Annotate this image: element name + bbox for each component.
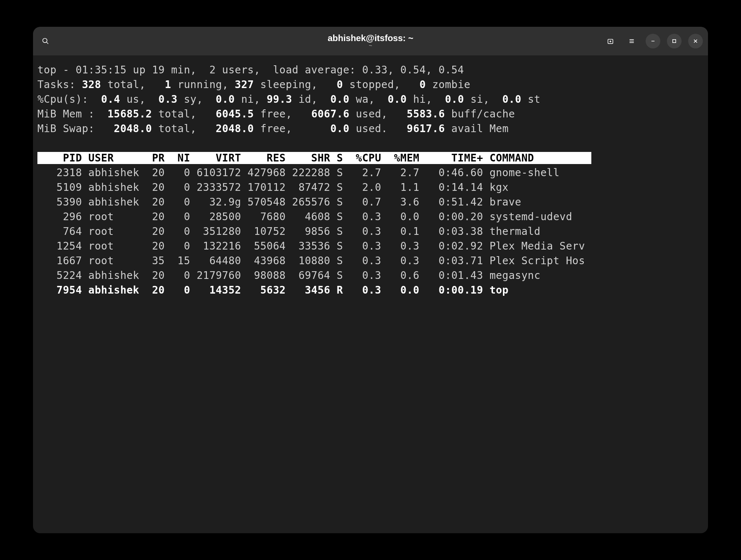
svg-line-1	[47, 42, 48, 44]
window-subtitle: ~	[328, 43, 413, 49]
process-row: 2318 abhishek 20 0 6103172 427968 222288…	[37, 167, 559, 179]
search-icon[interactable]	[38, 34, 53, 48]
process-row: 5109 abhishek 20 0 2333572 170112 87472 …	[37, 181, 508, 193]
window-title-group: abhishek@itsfoss: ~ ~	[328, 33, 413, 49]
process-row: 5390 abhishek 20 0 32.9g 570548 265576 S…	[37, 196, 521, 208]
new-tab-icon[interactable]	[603, 34, 618, 48]
svg-point-0	[43, 39, 47, 43]
close-button[interactable]	[688, 34, 703, 48]
process-row: 764 root 20 0 351280 10752 9856 S 0.3 0.…	[37, 225, 540, 237]
hamburger-menu-icon[interactable]	[624, 34, 639, 48]
process-row: 296 root 20 0 28500 7680 4608 S 0.3 0.0 …	[37, 211, 572, 223]
top-summary-line1: top - 01:35:15 up 19 min, 2 users, load …	[37, 64, 464, 76]
cpu-line: %Cpu(s): 0.4 us, 0.3 sy, 0.0 ni, 99.3 id…	[37, 93, 540, 105]
process-row: 1667 root 35 15 64480 43968 10880 S 0.3 …	[37, 255, 585, 267]
window-title: abhishek@itsfoss: ~	[328, 33, 413, 43]
minimize-button[interactable]	[646, 34, 660, 48]
process-row: 7954 abhishek 20 0 14352 5632 3456 R 0.3…	[37, 284, 508, 296]
tasks-line: Tasks: 328 total, 1 running, 327 sleepin…	[37, 79, 470, 91]
process-header-row: PID USER PR NI VIRT RES SHR S %CPU %MEM …	[37, 152, 591, 164]
process-list: 2318 abhishek 20 0 6103172 427968 222288…	[37, 167, 585, 296]
titlebar: abhishek@itsfoss: ~ ~	[33, 27, 708, 55]
terminal-window: abhishek@itsfoss: ~ ~ top - 01:35:15 up …	[33, 27, 708, 533]
terminal-content[interactable]: top - 01:35:15 up 19 min, 2 users, load …	[33, 55, 708, 533]
process-row: 5224 abhishek 20 0 2179760 98088 69764 S…	[37, 269, 540, 281]
mem-line: MiB Mem : 15685.2 total, 6045.5 free, 60…	[37, 108, 515, 120]
maximize-button[interactable]	[667, 34, 682, 48]
svg-rect-9	[673, 40, 676, 43]
process-row: 1254 root 20 0 132216 55064 33536 S 0.3 …	[37, 240, 585, 252]
swap-line: MiB Swap: 2048.0 total, 2048.0 free, 0.0…	[37, 123, 509, 135]
